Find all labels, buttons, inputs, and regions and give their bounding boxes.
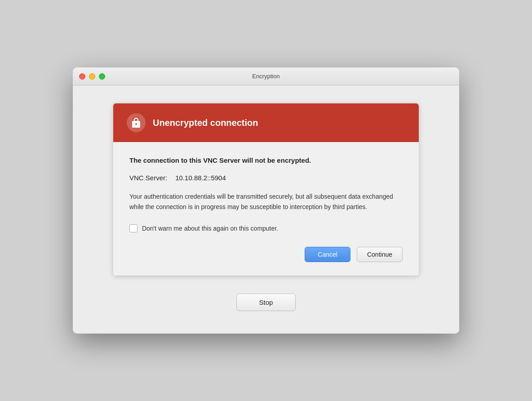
server-value: 10.10.88.2::5904 bbox=[175, 174, 226, 182]
lock-icon bbox=[131, 117, 142, 128]
main-window: Encryption Unencrypted connection The co… bbox=[73, 67, 459, 334]
window-title: Encryption bbox=[252, 73, 279, 80]
checkbox-row: Don't warn me about this again on this c… bbox=[129, 224, 403, 232]
minimize-button[interactable] bbox=[89, 73, 95, 80]
cancel-button[interactable]: Cancel bbox=[305, 247, 350, 262]
close-button[interactable] bbox=[79, 73, 85, 80]
maximize-button[interactable] bbox=[99, 73, 105, 80]
main-text: The connection to this VNC Server will n… bbox=[129, 156, 403, 165]
dialog-box: Unencrypted connection The connection to… bbox=[113, 103, 419, 276]
title-bar: Encryption bbox=[73, 67, 459, 85]
dialog-description: Your authentication credentials will be … bbox=[129, 192, 403, 212]
continue-button[interactable]: Continue bbox=[357, 247, 403, 262]
window-content: Unencrypted connection The connection to… bbox=[73, 85, 459, 334]
dialog-header: Unencrypted connection bbox=[113, 103, 419, 142]
stop-button[interactable]: Stop bbox=[236, 294, 296, 311]
traffic-lights bbox=[79, 73, 105, 80]
dialog-header-title: Unencrypted connection bbox=[153, 118, 258, 128]
button-row: Cancel Continue bbox=[129, 247, 403, 262]
checkbox-label: Don't warn me about this again on this c… bbox=[142, 225, 278, 232]
lock-icon-wrapper bbox=[127, 113, 146, 132]
dont-warn-checkbox[interactable] bbox=[129, 224, 137, 232]
stop-button-area: Stop bbox=[236, 294, 296, 311]
dialog-body: The connection to this VNC Server will n… bbox=[113, 142, 419, 276]
server-row: VNC Server: 10.10.88.2::5904 bbox=[129, 174, 403, 182]
server-label: VNC Server: bbox=[129, 174, 167, 182]
